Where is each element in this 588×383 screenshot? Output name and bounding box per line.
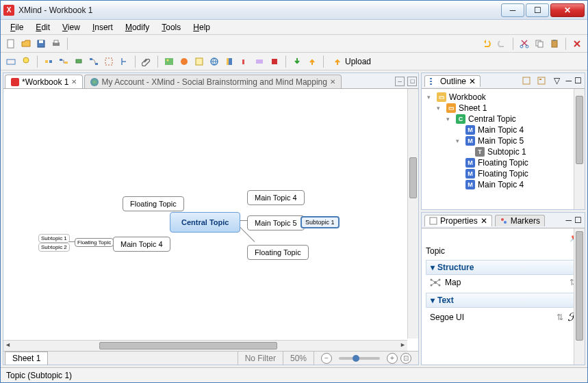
tree-mt4b[interactable]: MMain Topic 4: [424, 179, 570, 190]
maximize-button[interactable]: ☐: [526, 3, 549, 17]
save-icon[interactable]: [35, 38, 47, 50]
tree-float2[interactable]: MFloating Topic: [424, 168, 570, 179]
minimize-button[interactable]: ─: [501, 3, 524, 17]
node-floating-2[interactable]: Floating Topic: [247, 245, 309, 260]
minimize-panel-icon[interactable]: ─: [565, 215, 572, 225]
menu-modify[interactable]: Modify: [120, 21, 155, 34]
copy-icon[interactable]: [533, 38, 546, 50]
notes-icon[interactable]: [193, 55, 205, 68]
print-icon[interactable]: [50, 38, 62, 50]
node-main-topic-4b[interactable]: Main Topic 4: [113, 237, 170, 252]
node-main-topic-4a[interactable]: Main Topic 4: [247, 190, 305, 205]
properties-scrollbar[interactable]: [574, 228, 585, 365]
marker-icon[interactable]: [178, 55, 190, 68]
upload-arrow-icon[interactable]: [306, 55, 318, 68]
link-icon[interactable]: [208, 55, 220, 68]
open-icon[interactable]: [20, 38, 32, 50]
zoom-out-button[interactable]: −: [321, 353, 332, 364]
minimize-view-icon[interactable]: ─: [395, 77, 405, 86]
svg-rect-16: [64, 62, 68, 64]
font-spinner[interactable]: ⇅: [557, 313, 563, 322]
menu-insert[interactable]: Insert: [87, 21, 118, 34]
zoom-level[interactable]: 50%: [283, 352, 314, 365]
download-icon[interactable]: [291, 55, 303, 68]
toolbar-main: [1, 35, 587, 53]
overview-icon[interactable]: [5, 55, 17, 68]
node-floating-1[interactable]: Floating Topic: [123, 196, 184, 211]
outline-tab[interactable]: Outline ✕: [424, 75, 481, 87]
new-icon[interactable]: [5, 38, 17, 50]
maximize-view-icon[interactable]: ☐: [407, 77, 417, 86]
boundary-icon[interactable]: [103, 55, 115, 68]
font-value[interactable]: Segoe UI: [430, 313, 552, 322]
cut-icon[interactable]: [518, 38, 531, 50]
close-icon[interactable]: ✕: [481, 216, 487, 226]
menu-file[interactable]: File: [5, 21, 29, 34]
audio-icon[interactable]: [238, 55, 251, 68]
svg-rect-35: [538, 77, 545, 84]
canvas-vertical-scrollbar[interactable]: [407, 89, 418, 339]
properties-tab[interactable]: Properties ✕: [424, 215, 492, 226]
filter-status[interactable]: No Filter: [238, 352, 283, 365]
relationship-icon[interactable]: [88, 55, 100, 68]
topic-icon[interactable]: [42, 55, 55, 68]
structure-value[interactable]: Map: [445, 278, 565, 287]
zoom-fit-button[interactable]: ⊡: [400, 353, 411, 364]
subtopic-icon[interactable]: [57, 55, 70, 68]
tab-browser[interactable]: My Account - XMind - Social Brainstormin…: [84, 75, 341, 88]
node-central[interactable]: Central Topic: [170, 212, 240, 233]
minimize-panel-icon[interactable]: ─: [565, 76, 572, 85]
outline-view-icon[interactable]: [520, 75, 533, 87]
svg-rect-4: [54, 40, 58, 43]
delete-icon[interactable]: [571, 38, 583, 50]
maximize-panel-icon[interactable]: ☐: [574, 215, 582, 225]
tree-central[interactable]: ▾CCentral Topic: [424, 114, 570, 124]
tree-workbook[interactable]: ▾▭Workbook: [424, 92, 570, 103]
maximize-panel-icon[interactable]: ☐: [574, 76, 582, 85]
node-main-topic-5[interactable]: Main Topic 5: [247, 215, 305, 230]
node-floating-3[interactable]: Floating Topic: [75, 238, 114, 247]
attachment-icon[interactable]: [140, 55, 153, 68]
tree-sheet[interactable]: ▾▭Sheet 1: [424, 103, 570, 114]
sheet-tab[interactable]: Sheet 1: [5, 352, 48, 365]
outline-scrollbar[interactable]: [574, 89, 585, 209]
record-icon[interactable]: [268, 55, 281, 68]
task-icon[interactable]: [253, 55, 266, 68]
close-icon[interactable]: ✕: [469, 77, 476, 86]
markers-tab[interactable]: Markers: [495, 215, 545, 226]
paste-icon[interactable]: [548, 38, 561, 50]
canvas-horizontal-scrollbar[interactable]: [3, 340, 407, 351]
undo-icon[interactable]: [481, 38, 493, 50]
menu-help[interactable]: Help: [188, 21, 216, 34]
upload-button[interactable]: Upload: [329, 55, 375, 68]
tree-mt4[interactable]: MMain Topic 4: [424, 124, 570, 135]
bulb-icon[interactable]: [20, 55, 32, 68]
svg-rect-29: [256, 60, 263, 64]
panel-menu-icon[interactable]: ▽: [550, 75, 563, 87]
tree-sub1[interactable]: TSubtopic 1: [424, 146, 570, 157]
node-subtopic-1b[interactable]: Subtopic 1: [38, 234, 70, 243]
menu-view[interactable]: View: [57, 21, 86, 34]
titlebar[interactable]: X XMind - Workbook 1 ─ ☐ ✕: [1, 1, 587, 20]
label-icon[interactable]: [223, 55, 235, 68]
zoom-in-button[interactable]: +: [387, 353, 398, 364]
tree-float1[interactable]: MFloating Topic: [424, 157, 570, 168]
close-tab-icon[interactable]: ✕: [71, 78, 77, 85]
outline-view2-icon[interactable]: [535, 75, 548, 87]
redo-icon[interactable]: [496, 38, 508, 50]
close-button[interactable]: ✕: [550, 3, 585, 17]
node-subtopic-1[interactable]: Subtopic 1: [301, 216, 340, 228]
mindmap-canvas[interactable]: Central Topic Main Topic 4 Main Topic 5 …: [3, 88, 418, 351]
tab-workbook[interactable]: *Workbook 1 ✕: [5, 75, 83, 88]
structure-section-header[interactable]: ▾Structure: [426, 260, 580, 275]
node-subtopic-2[interactable]: Subtopic 2: [38, 243, 70, 252]
text-section-header[interactable]: ▾Text: [426, 293, 580, 308]
tree-mt5[interactable]: ▾MMain Topic 5: [424, 135, 570, 146]
summary-icon[interactable]: [118, 55, 130, 68]
menu-tools[interactable]: Tools: [156, 21, 186, 34]
close-tab-icon[interactable]: ✕: [330, 78, 335, 85]
floating-icon[interactable]: [73, 55, 85, 68]
image-icon[interactable]: [163, 55, 175, 68]
menu-edit[interactable]: Edit: [30, 21, 55, 34]
zoom-slider[interactable]: [339, 357, 380, 360]
